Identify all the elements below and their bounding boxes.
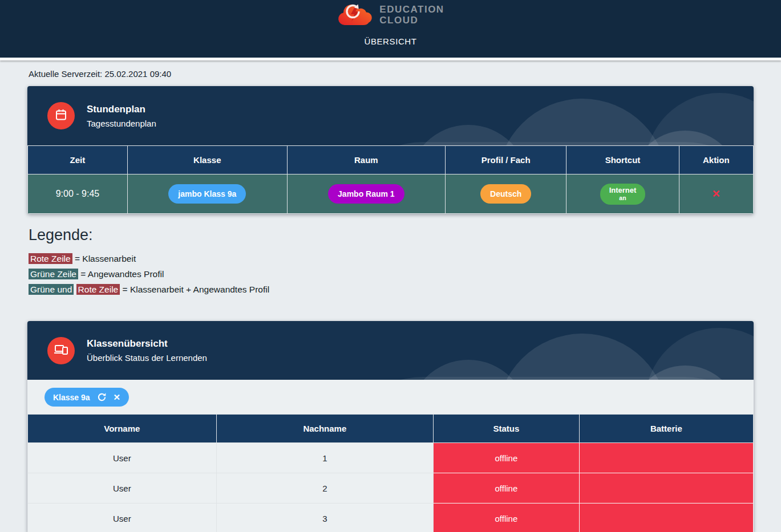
legend-heading: Legende: (29, 226, 752, 244)
top-navbar: EDUCATION CLOUD ÜBERSICHT (0, 0, 781, 58)
status-badge: offline (434, 443, 580, 473)
stundenplan-card: Stundenplan Tagesstundenplan Zeit Klasse… (27, 86, 754, 214)
table-row: User 3 offline (28, 503, 754, 532)
col-status: Status (434, 415, 580, 443)
legend-green-sample: Grüne Zeile (29, 269, 78, 279)
shortcut-label: Internet (609, 186, 637, 195)
legend-red-text: = Klassenarbeit (75, 254, 136, 263)
calendar-icon-badge (47, 102, 75, 129)
devices-icon-badge (47, 337, 75, 364)
klassenuebersicht-title: Klassenübersicht (87, 338, 207, 350)
stundenplan-subtitle: Tagesstundenplan (87, 119, 156, 128)
col-batterie: Batterie (579, 415, 753, 443)
brand-name: EDUCATION CLOUD (379, 4, 444, 26)
class-filter-chip[interactable]: Klasse 9a ✕ (44, 388, 129, 407)
table-row: User 1 offline (28, 443, 754, 473)
delete-row-icon[interactable]: ✕ (712, 188, 721, 200)
battery-cell (579, 473, 753, 503)
legend-line-red: Rote Zeile = Klassenarbeit (29, 253, 752, 265)
table-row: User 2 offline (28, 473, 754, 503)
legend-green-sample-2: Grüne und (29, 284, 74, 295)
legend-section: Legende: Rote Zeile = Klassenarbeit Grün… (27, 214, 754, 295)
col-zeit: Zeit (28, 146, 128, 174)
cell-nachname: 3 (216, 503, 433, 532)
cell-nachname: 2 (216, 473, 433, 503)
cell-aktion: ✕ (679, 174, 753, 214)
education-cloud-logo-icon (337, 0, 373, 30)
klassenuebersicht-card: Klassenübersicht Überblick Status der Le… (27, 321, 754, 532)
cell-klasse: jambo Klass 9a (127, 174, 287, 214)
legend-combo-text: = Klassenarbeit + Angewandtes Profil (123, 285, 270, 294)
klasse-badge: jambo Klass 9a (168, 184, 246, 204)
col-klasse: Klasse (127, 146, 287, 174)
col-profil-fach: Profil / Fach (446, 146, 566, 174)
calendar-icon (54, 108, 68, 124)
stundenplan-row-applied-profile: 9:00 - 9:45 jambo Klass 9a Jambo Raum 1 … (28, 174, 754, 214)
battery-cell (579, 503, 753, 532)
raum-badge: Jambo Raum 1 (328, 184, 404, 204)
remove-filter-icon[interactable]: ✕ (114, 393, 121, 401)
devices-icon (54, 343, 68, 358)
server-time-label: Aktuelle Serverzeit: 25.02.2021 09:40 (27, 60, 754, 86)
cell-nachname: 1 (216, 443, 433, 473)
legend-line-green: Grüne Zeile = Angewandtes Profil (29, 268, 752, 280)
klassen-header-row: Vorname Nachname Status Batterie (28, 415, 754, 443)
legend-line-green-red: Grüne und Rote Zeile = Klassenarbeit + A… (29, 283, 752, 295)
cell-profil: Deutsch (446, 174, 566, 214)
cell-shortcut: Internet an (566, 174, 679, 214)
stundenplan-title: Stundenplan (87, 104, 156, 115)
status-badge: offline (434, 473, 580, 503)
legend-red-sample-2: Rote Zeile (76, 284, 120, 295)
cell-vorname: User (28, 473, 217, 503)
class-filter-label: Klasse 9a (53, 393, 90, 402)
stundenplan-table: Zeit Klasse Raum Profil / Fach Shortcut … (27, 145, 754, 214)
cell-raum: Jambo Raum 1 (287, 174, 445, 214)
battery-cell (579, 443, 753, 473)
cell-zeit: 9:00 - 9:45 (28, 174, 128, 214)
profil-badge: Deutsch (480, 184, 531, 204)
col-shortcut: Shortcut (566, 146, 679, 174)
legend-red-sample: Rote Zeile (29, 253, 72, 264)
navbar-divider (0, 58, 781, 60)
refresh-icon[interactable] (97, 392, 107, 402)
col-raum: Raum (287, 146, 445, 174)
legend-green-text: = Angewandtes Profil (80, 269, 164, 279)
internet-toggle-button[interactable]: Internet an (600, 184, 646, 205)
cell-vorname: User (28, 503, 217, 532)
klassenuebersicht-table: Vorname Nachname Status Batterie User 1 … (27, 414, 754, 532)
nav-item-uebersicht[interactable]: ÜBERSICHT (364, 36, 416, 46)
col-vorname: Vorname (28, 415, 217, 443)
brand: EDUCATION CLOUD (337, 1, 444, 29)
shortcut-state-label: an (609, 194, 637, 201)
stundenplan-header-row: Zeit Klasse Raum Profil / Fach Shortcut … (28, 146, 754, 174)
stundenplan-card-header: Stundenplan Tagesstundenplan (27, 86, 754, 145)
col-nachname: Nachname (216, 415, 433, 443)
col-aktion: Aktion (679, 146, 753, 174)
klassenuebersicht-card-header: Klassenübersicht Überblick Status der Le… (27, 321, 754, 380)
status-badge: offline (434, 503, 580, 532)
klassenuebersicht-subtitle: Überblick Status der Lernenden (87, 353, 207, 363)
cell-vorname: User (28, 443, 217, 473)
